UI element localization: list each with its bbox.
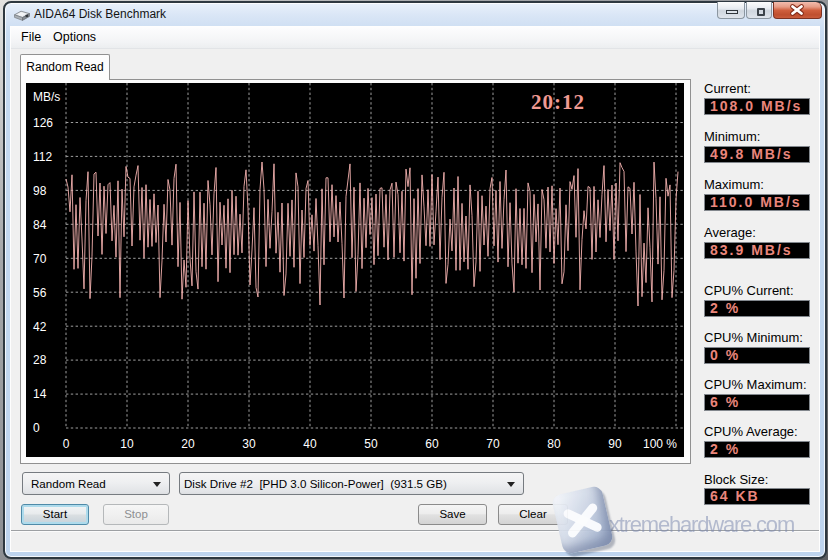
svg-text:0: 0 bbox=[63, 437, 70, 451]
svg-text:MB/s: MB/s bbox=[33, 90, 60, 104]
svg-text:56: 56 bbox=[33, 286, 47, 300]
svg-text:40: 40 bbox=[303, 437, 317, 451]
svg-text:98: 98 bbox=[33, 184, 47, 198]
svg-text:70: 70 bbox=[33, 252, 47, 266]
svg-text:14: 14 bbox=[33, 387, 47, 401]
svg-text:42: 42 bbox=[33, 320, 47, 334]
svg-text:84: 84 bbox=[33, 218, 47, 232]
svg-text:100 %: 100 % bbox=[643, 437, 677, 451]
svg-text:50: 50 bbox=[364, 437, 378, 451]
svg-text:28: 28 bbox=[33, 353, 47, 367]
svg-text:112: 112 bbox=[33, 150, 52, 164]
svg-text:126: 126 bbox=[33, 116, 53, 130]
svg-text:60: 60 bbox=[425, 437, 439, 451]
svg-text:30: 30 bbox=[242, 437, 256, 451]
svg-text:70: 70 bbox=[486, 437, 500, 451]
svg-text:20: 20 bbox=[181, 437, 195, 451]
svg-text:0: 0 bbox=[33, 421, 40, 435]
svg-text:80: 80 bbox=[547, 437, 561, 451]
svg-text:10: 10 bbox=[120, 437, 134, 451]
svg-text:90: 90 bbox=[608, 437, 622, 451]
